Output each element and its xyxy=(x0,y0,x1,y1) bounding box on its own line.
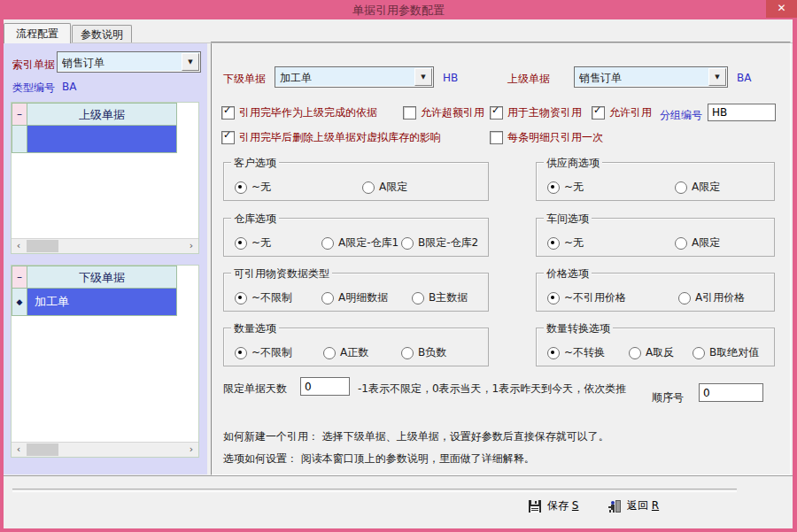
customer-options-group: 客户选项 ~无 A限定 xyxy=(223,162,489,201)
radio-label: A取反 xyxy=(646,345,674,360)
dialog-window: 单据引用参数配置 ✕ 流程配置 参数说明 索引单据 销售订单 ▼ 类型编号 BA… xyxy=(0,0,797,532)
lower-grid-hscrollbar[interactable]: ‹ › xyxy=(12,442,198,457)
warehouse-options-group: 仓库选项 ~无 A限定-仓库1 B限定-仓库2 xyxy=(223,218,489,257)
radio-warehouse-none[interactable]: ~无 xyxy=(235,235,271,251)
group-title: 价格选项 xyxy=(544,266,592,281)
radio-icon xyxy=(675,181,687,194)
radio-icon xyxy=(362,181,375,194)
scrollbar-thumb[interactable] xyxy=(27,240,58,252)
row-gutter-cell[interactable] xyxy=(12,126,27,153)
titlebar[interactable]: 单据引用参数配置 xyxy=(0,0,797,19)
tab-flow-config[interactable]: 流程配置 xyxy=(4,23,71,43)
radio-conversion-absolute[interactable]: B取绝对值 xyxy=(693,345,759,360)
radio-supplier-restricted[interactable]: A限定 xyxy=(675,180,720,195)
checkbox-allow-excess-reference[interactable]: ✓ 允许超额引用 xyxy=(403,105,484,120)
radio-workshop-restricted[interactable]: A限定 xyxy=(675,235,720,251)
limit-days-input[interactable] xyxy=(300,377,350,396)
radio-label: B负数 xyxy=(418,345,446,360)
minus-icon: – xyxy=(17,271,22,283)
return-exit-icon xyxy=(607,499,622,513)
radio-quantity-positive[interactable]: A正数 xyxy=(323,345,368,360)
group-title: 车间选项 xyxy=(544,212,592,227)
return-button-label: 返回 R xyxy=(627,498,659,513)
tab-parameter-help[interactable]: 参数说明 xyxy=(72,25,132,43)
row-marker-icon: ◆ xyxy=(17,297,23,306)
radio-label: ~不转换 xyxy=(564,345,605,360)
type-code-value: BA xyxy=(62,81,76,93)
lower-grid-header[interactable]: 下级单据 xyxy=(27,266,177,289)
help-line-1: 如何新建一个引用： 选择下级单据、上级单据，设置好参数后直接保存就可以了。 xyxy=(223,429,609,444)
index-doc-combobox[interactable]: 销售订单 ▼ xyxy=(57,51,201,73)
material-data-type-group: 可引用物资数据类型 ~不限制 A明细数据 B主数据 xyxy=(223,273,489,312)
checkbox-each-detail-once[interactable]: ✓ 每条明细只引用一次 xyxy=(490,130,603,145)
radio-supplier-none[interactable]: ~无 xyxy=(547,180,584,195)
radio-icon xyxy=(547,237,560,250)
radio-label: A引用价格 xyxy=(695,290,745,305)
checkbox-reference-complete-basis[interactable]: ✓ 引用完毕作为上级完成的依据 xyxy=(221,105,377,120)
upper-doc-combobox[interactable]: 销售订单 ▼ xyxy=(574,66,728,88)
radio-label: A限定 xyxy=(692,235,720,251)
dropdown-icon[interactable]: ▼ xyxy=(414,68,432,86)
radio-label: A正数 xyxy=(340,345,368,360)
radio-warehouse-1[interactable]: A限定-仓库1 xyxy=(321,235,398,251)
scroll-right-icon[interactable]: › xyxy=(184,239,198,253)
radio-conversion-none[interactable]: ~不转换 xyxy=(547,345,605,360)
scroll-left-icon[interactable]: ‹ xyxy=(12,239,26,253)
left-panel: 索引单据 销售订单 ▼ 类型编号 BA – 上级单据 ‹ › – 下 xyxy=(4,43,207,474)
radio-icon xyxy=(412,292,424,305)
upper-grid-header[interactable]: 上级单据 xyxy=(27,103,177,126)
radio-conversion-negate[interactable]: A取反 xyxy=(629,345,674,360)
group-title: 数量转换选项 xyxy=(544,321,613,336)
group-title: 仓库选项 xyxy=(231,212,279,227)
scrollbar-thumb[interactable] xyxy=(27,443,58,456)
lower-grid-selected-row[interactable]: 加工单 xyxy=(27,289,177,316)
radio-label: B限定-仓库2 xyxy=(418,235,478,251)
checkbox-main-material-reference[interactable]: ✓ 用于主物资引用 xyxy=(490,105,582,120)
radio-label: ~无 xyxy=(564,180,584,195)
radio-quantity-unlimited[interactable]: ~不限制 xyxy=(235,345,292,360)
radio-icon xyxy=(235,237,247,250)
dropdown-icon[interactable]: ▼ xyxy=(182,53,199,71)
radio-price-none[interactable]: ~不引用价格 xyxy=(547,290,626,305)
checkbox-delete-virtual-stock-effect[interactable]: ✓ 引用完毕后删除上级单据对虚拟库存的影响 xyxy=(221,130,441,145)
dropdown-icon[interactable]: ▼ xyxy=(708,68,726,86)
radio-icon xyxy=(629,347,641,359)
return-button[interactable]: 返回 R xyxy=(607,498,659,513)
radio-label: ~不引用价格 xyxy=(564,290,626,305)
radio-material-master-data[interactable]: B主数据 xyxy=(412,290,468,305)
radio-price-reference[interactable]: A引用价格 xyxy=(678,290,745,305)
scroll-right-icon[interactable]: › xyxy=(184,443,198,457)
upper-grid-hscrollbar[interactable]: ‹ › xyxy=(12,238,198,253)
radio-customer-restricted[interactable]: A限定 xyxy=(362,180,407,195)
radio-label: ~无 xyxy=(251,180,271,195)
limit-days-label: 限定单据天数 xyxy=(223,382,287,397)
group-code-input[interactable] xyxy=(708,104,776,121)
footer-bar: 保存 S 返回 R xyxy=(4,475,793,529)
row-gutter-cell[interactable]: ◆ xyxy=(12,289,27,316)
radio-customer-none[interactable]: ~无 xyxy=(235,180,271,195)
checkbox-allow-reference[interactable]: ✓ 允许引用 xyxy=(592,105,652,120)
grid-corner-cell[interactable]: – xyxy=(12,266,27,289)
window-border-right xyxy=(793,19,797,532)
radio-icon xyxy=(323,347,336,359)
checkbox-label: 引用完毕作为上级完成的依据 xyxy=(239,105,377,120)
radio-quantity-negative[interactable]: B负数 xyxy=(401,345,446,360)
radio-material-unlimited[interactable]: ~不限制 xyxy=(235,290,292,305)
save-button[interactable]: 保存 S xyxy=(528,498,578,513)
lower-doc-grid: – 下级单据 ◆ 加工单 ‹ › xyxy=(11,265,199,458)
radio-warehouse-2[interactable]: B限定-仓库2 xyxy=(401,235,478,251)
radio-icon xyxy=(401,347,414,359)
radio-material-detail-data[interactable]: A明细数据 xyxy=(321,290,388,305)
radio-workshop-none[interactable]: ~无 xyxy=(547,235,584,251)
limit-days-hint: -1表示不限定，0表示当天，1表示昨天到今天，依次类推 xyxy=(358,382,626,397)
close-button[interactable]: ✕ xyxy=(766,0,797,18)
grid-corner-cell[interactable]: – xyxy=(12,103,27,126)
lower-doc-value: 加工单 xyxy=(280,71,312,86)
upper-grid-selected-row[interactable] xyxy=(27,126,177,153)
scroll-left-icon[interactable]: ‹ xyxy=(12,443,26,457)
sequence-input[interactable] xyxy=(699,383,763,402)
help-line-2: 选项如何设置： 阅读本窗口顶上的参数说明，里面做了详细解释。 xyxy=(223,451,535,466)
index-doc-value: 销售订单 xyxy=(62,56,104,71)
lower-doc-combobox[interactable]: 加工单 ▼ xyxy=(275,66,434,88)
close-icon: ✕ xyxy=(777,2,785,14)
